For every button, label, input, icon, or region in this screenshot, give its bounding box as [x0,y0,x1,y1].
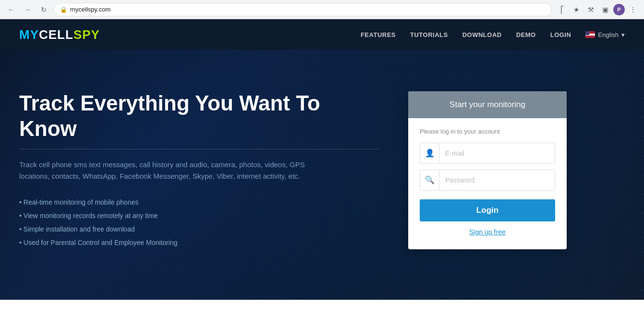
hero-divider [19,149,379,149]
hero-sidebar: Start your monitoring Please log in to y… [408,91,567,249]
feature-item-4: Used for Parental Control and Employee M… [19,236,379,249]
email-input-group: 👤 [420,143,555,164]
nav-tutorials[interactable]: TUTORIALS [410,31,448,38]
site-nav: MYCELLSPY FEATURES TUTORIALS DOWNLOAD DE… [0,19,644,50]
extensions-button[interactable]: ⚒ [584,3,597,16]
nav-login[interactable]: LOGIN [550,31,571,38]
hero-content: Track Everything You Want To Know Track … [19,91,379,250]
browser-toolbar: ⎡ ★ ⚒ ▣ P ⋮ [556,3,639,16]
hero-title: Track Everything You Want To Know [19,91,379,142]
menu-button[interactable]: ⋮ [627,3,639,16]
signup-link[interactable]: Sign up free [420,228,555,236]
site-logo[interactable]: MYCELLSPY [19,27,100,42]
login-box-header: Start your monitoring [408,91,567,118]
login-subtitle: Please log in to your account [420,128,555,135]
nav-links: FEATURES TUTORIALS DOWNLOAD DEMO LOGIN E… [361,31,625,38]
feature-item-1: Real-time monitoring of mobile phones [19,196,379,209]
password-input-group: 🔍 [420,170,555,191]
logo-spy: SPY [73,27,100,42]
language-selector[interactable]: English ▾ [585,31,625,38]
login-box-body: Please log in to your account 👤 🔍 Login … [408,118,567,249]
logo-my: MY [19,27,39,42]
hero-description: Track cell phone sms text messages, call… [19,159,307,182]
login-button[interactable]: Login [420,199,555,221]
lower-section: Best mobile phone monitoring app Monitor… [0,300,644,330]
logo-cell: CELL [39,27,73,42]
hero-features-list: Real-time monitoring of mobile phones Vi… [19,196,379,249]
nav-features[interactable]: FEATURES [361,31,396,38]
url-text: mycellspy.com [70,6,110,13]
nav-demo[interactable]: DEMO [516,31,536,38]
browser-chrome: ← → ↻ 🔒 mycellspy.com ⎡ ★ ⚒ ▣ P ⋮ [0,0,644,19]
nav-download[interactable]: DOWNLOAD [462,31,502,38]
feature-item-2: View monitoring records remotely at any … [19,209,379,222]
password-input[interactable] [439,170,555,190]
language-label: English [598,31,619,38]
email-input[interactable] [439,143,555,163]
email-icon: 👤 [420,143,439,163]
profile-avatar[interactable]: P [613,4,625,15]
share-button[interactable]: ⎡ [556,3,568,16]
address-bar[interactable]: 🔒 mycellspy.com [54,3,552,16]
flag-icon [585,31,595,38]
reload-button[interactable]: ↻ [37,3,50,16]
back-button[interactable]: ← [5,3,17,16]
login-box: Start your monitoring Please log in to y… [408,91,567,249]
bookmark-button[interactable]: ★ [570,3,583,16]
language-arrow: ▾ [621,31,625,38]
hero-section: Track Everything You Want To Know Track … [0,50,644,300]
lock-icon: 🔒 [60,6,67,13]
feature-item-3: Simple installation and free download [19,222,379,236]
forward-button[interactable]: → [21,3,34,16]
window-button[interactable]: ▣ [599,3,611,16]
password-icon: 🔍 [420,170,439,190]
